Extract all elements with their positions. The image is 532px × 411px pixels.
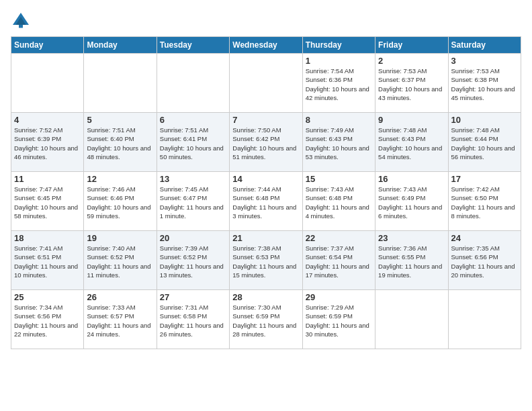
header: [11, 11, 521, 31]
day-info: Sunrise: 7:43 AM Sunset: 6:48 PM Dayligh…: [306, 185, 372, 220]
day-cell: 18Sunrise: 7:41 AM Sunset: 6:51 PM Dayli…: [11, 231, 84, 290]
weekday-tuesday: Tuesday: [157, 37, 229, 54]
day-number: 14: [232, 174, 299, 184]
day-info: Sunrise: 7:36 AM Sunset: 6:55 PM Dayligh…: [378, 244, 445, 279]
day-cell: 27Sunrise: 7:31 AM Sunset: 6:58 PM Dayli…: [157, 290, 229, 349]
day-cell: 20Sunrise: 7:39 AM Sunset: 6:52 PM Dayli…: [157, 231, 229, 290]
day-number: 20: [160, 233, 226, 243]
day-cell: [11, 54, 84, 113]
day-number: 29: [306, 292, 372, 302]
day-cell: 2Sunrise: 7:53 AM Sunset: 6:37 PM Daylig…: [375, 54, 448, 113]
weekday-friday: Friday: [375, 37, 448, 54]
day-info: Sunrise: 7:34 AM Sunset: 6:56 PM Dayligh…: [14, 303, 81, 338]
day-number: 17: [451, 174, 518, 184]
day-info: Sunrise: 7:30 AM Sunset: 6:59 PM Dayligh…: [232, 303, 299, 338]
day-cell: 21Sunrise: 7:38 AM Sunset: 6:53 PM Dayli…: [230, 231, 302, 290]
day-number: 16: [378, 174, 445, 184]
day-number: 18: [14, 233, 81, 243]
day-number: 11: [14, 174, 81, 184]
day-number: 10: [451, 115, 518, 125]
weekday-wednesday: Wednesday: [230, 37, 302, 54]
calendar: SundayMondayTuesdayWednesdayThursdayFrid…: [11, 36, 521, 349]
day-info: Sunrise: 7:31 AM Sunset: 6:58 PM Dayligh…: [160, 303, 226, 338]
day-number: 22: [306, 233, 372, 243]
day-cell: [230, 54, 302, 113]
day-info: Sunrise: 7:39 AM Sunset: 6:52 PM Dayligh…: [160, 244, 226, 279]
day-info: Sunrise: 7:54 AM Sunset: 6:36 PM Dayligh…: [306, 66, 372, 102]
day-info: Sunrise: 7:47 AM Sunset: 6:45 PM Dayligh…: [14, 185, 81, 220]
weekday-saturday: Saturday: [448, 37, 521, 54]
day-number: 3: [451, 56, 518, 66]
day-number: 7: [232, 115, 299, 125]
day-cell: 13Sunrise: 7:45 AM Sunset: 6:47 PM Dayli…: [157, 172, 229, 231]
day-cell: 10Sunrise: 7:48 AM Sunset: 6:44 PM Dayli…: [448, 113, 521, 172]
day-info: Sunrise: 7:46 AM Sunset: 6:46 PM Dayligh…: [87, 185, 153, 220]
day-cell: 9Sunrise: 7:48 AM Sunset: 6:43 PM Daylig…: [375, 113, 448, 172]
day-info: Sunrise: 7:33 AM Sunset: 6:57 PM Dayligh…: [87, 303, 153, 338]
day-cell: 4Sunrise: 7:52 AM Sunset: 6:39 PM Daylig…: [11, 113, 84, 172]
day-cell: 5Sunrise: 7:51 AM Sunset: 6:40 PM Daylig…: [84, 113, 157, 172]
day-info: Sunrise: 7:41 AM Sunset: 6:51 PM Dayligh…: [14, 244, 81, 279]
weekday-sunday: Sunday: [11, 37, 84, 54]
day-number: 2: [378, 56, 445, 66]
day-cell: 22Sunrise: 7:37 AM Sunset: 6:54 PM Dayli…: [302, 231, 375, 290]
day-info: Sunrise: 7:50 AM Sunset: 6:42 PM Dayligh…: [232, 126, 299, 161]
day-info: Sunrise: 7:38 AM Sunset: 6:53 PM Dayligh…: [232, 244, 299, 279]
day-info: Sunrise: 7:40 AM Sunset: 6:52 PM Dayligh…: [87, 244, 153, 279]
day-cell: 23Sunrise: 7:36 AM Sunset: 6:55 PM Dayli…: [375, 231, 448, 290]
logo-icon: [11, 11, 31, 31]
day-number: 13: [160, 174, 226, 184]
day-number: 27: [160, 292, 226, 302]
week-row-5: 25Sunrise: 7:34 AM Sunset: 6:56 PM Dayli…: [11, 290, 521, 349]
page: SundayMondayTuesdayWednesdayThursdayFrid…: [0, 0, 532, 411]
day-info: Sunrise: 7:51 AM Sunset: 6:41 PM Dayligh…: [160, 126, 226, 161]
day-cell: 6Sunrise: 7:51 AM Sunset: 6:41 PM Daylig…: [157, 113, 229, 172]
day-info: Sunrise: 7:37 AM Sunset: 6:54 PM Dayligh…: [306, 244, 372, 279]
day-number: 12: [87, 174, 153, 184]
day-info: Sunrise: 7:53 AM Sunset: 6:38 PM Dayligh…: [451, 66, 518, 102]
day-number: 28: [232, 292, 299, 302]
day-info: Sunrise: 7:51 AM Sunset: 6:40 PM Dayligh…: [87, 126, 153, 161]
logo: [11, 11, 34, 31]
day-cell: 26Sunrise: 7:33 AM Sunset: 6:57 PM Dayli…: [84, 290, 157, 349]
week-row-3: 11Sunrise: 7:47 AM Sunset: 6:45 PM Dayli…: [11, 172, 521, 231]
day-info: Sunrise: 7:45 AM Sunset: 6:47 PM Dayligh…: [160, 185, 226, 220]
day-cell: 24Sunrise: 7:35 AM Sunset: 6:56 PM Dayli…: [448, 231, 521, 290]
day-info: Sunrise: 7:49 AM Sunset: 6:43 PM Dayligh…: [306, 126, 372, 161]
week-row-4: 18Sunrise: 7:41 AM Sunset: 6:51 PM Dayli…: [11, 231, 521, 290]
day-info: Sunrise: 7:52 AM Sunset: 6:39 PM Dayligh…: [14, 126, 81, 161]
day-cell: 3Sunrise: 7:53 AM Sunset: 6:38 PM Daylig…: [448, 54, 521, 113]
day-cell: 25Sunrise: 7:34 AM Sunset: 6:56 PM Dayli…: [11, 290, 84, 349]
weekday-thursday: Thursday: [302, 37, 375, 54]
day-cell: 12Sunrise: 7:46 AM Sunset: 6:46 PM Dayli…: [84, 172, 157, 231]
weekday-header-row: SundayMondayTuesdayWednesdayThursdayFrid…: [11, 37, 521, 54]
day-number: 23: [378, 233, 445, 243]
day-number: 1: [306, 56, 372, 66]
day-cell: 15Sunrise: 7:43 AM Sunset: 6:48 PM Dayli…: [302, 172, 375, 231]
day-info: Sunrise: 7:42 AM Sunset: 6:50 PM Dayligh…: [451, 185, 518, 220]
day-info: Sunrise: 7:48 AM Sunset: 6:44 PM Dayligh…: [451, 126, 518, 161]
day-cell: [375, 290, 448, 349]
day-number: 8: [306, 115, 372, 125]
day-number: 6: [160, 115, 226, 125]
day-info: Sunrise: 7:29 AM Sunset: 6:59 PM Dayligh…: [306, 303, 372, 338]
day-number: 15: [306, 174, 372, 184]
week-row-2: 4Sunrise: 7:52 AM Sunset: 6:39 PM Daylig…: [11, 113, 521, 172]
day-number: 24: [451, 233, 518, 243]
weekday-monday: Monday: [84, 37, 157, 54]
day-number: 26: [87, 292, 153, 302]
day-number: 25: [14, 292, 81, 302]
day-cell: 14Sunrise: 7:44 AM Sunset: 6:48 PM Dayli…: [230, 172, 302, 231]
day-cell: 19Sunrise: 7:40 AM Sunset: 6:52 PM Dayli…: [84, 231, 157, 290]
day-cell: 17Sunrise: 7:42 AM Sunset: 6:50 PM Dayli…: [448, 172, 521, 231]
day-info: Sunrise: 7:35 AM Sunset: 6:56 PM Dayligh…: [451, 244, 518, 279]
day-cell: 8Sunrise: 7:49 AM Sunset: 6:43 PM Daylig…: [302, 113, 375, 172]
day-cell: 28Sunrise: 7:30 AM Sunset: 6:59 PM Dayli…: [230, 290, 302, 349]
day-cell: [84, 54, 157, 113]
svg-rect-2: [19, 25, 23, 28]
day-number: 21: [232, 233, 299, 243]
day-number: 19: [87, 233, 153, 243]
day-cell: 7Sunrise: 7:50 AM Sunset: 6:42 PM Daylig…: [230, 113, 302, 172]
day-cell: 11Sunrise: 7:47 AM Sunset: 6:45 PM Dayli…: [11, 172, 84, 231]
day-cell: [448, 290, 521, 349]
